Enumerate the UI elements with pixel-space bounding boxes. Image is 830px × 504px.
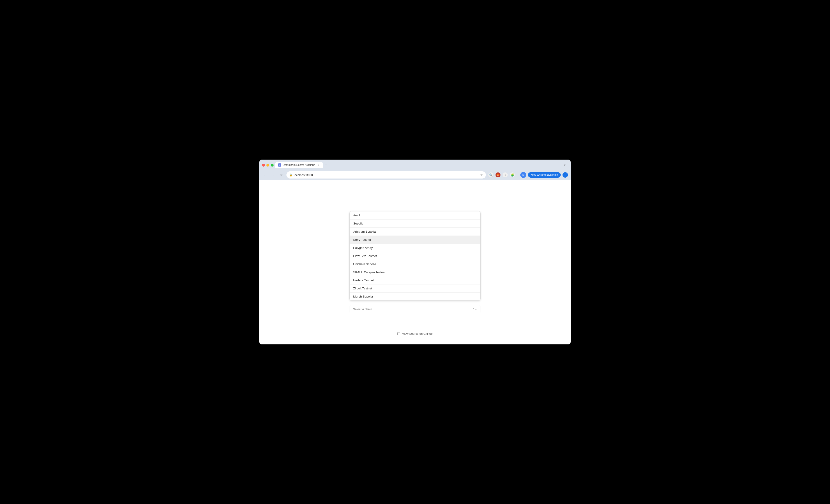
- tab-close-button[interactable]: ×: [316, 163, 320, 167]
- list-item[interactable]: Anvil: [350, 211, 480, 220]
- extension-icon-2: 🦊: [496, 172, 501, 177]
- chain-select-placeholder: Select a chain: [353, 307, 372, 311]
- browser-tab-active[interactable]: O Omnichain Secret Auctions ×: [276, 162, 323, 168]
- tab-favicon: O: [278, 163, 281, 167]
- list-item[interactable]: Zircuit Testnet: [350, 284, 480, 293]
- chain-list: AnvilSepoliaArbitrum SepoliaStory Testne…: [350, 211, 480, 300]
- window-controls: [262, 164, 274, 167]
- list-item[interactable]: Sepolia: [350, 220, 480, 228]
- titlebar-top: O Omnichain Secret Auctions × + ▾: [262, 162, 568, 168]
- extension-btn-4[interactable]: 🧩: [509, 172, 516, 178]
- toolbar-extensions: 🔍 🦊 ↓ 🧩: [488, 172, 516, 178]
- chain-dropdown-list: AnvilSepoliaArbitrum SepoliaStory Testne…: [350, 211, 480, 300]
- chevron-down-icon: ⌃⌄: [473, 308, 477, 311]
- github-source-checkbox[interactable]: [397, 332, 400, 335]
- github-source-label: View Source on GitHub: [402, 332, 433, 335]
- forward-button[interactable]: →: [270, 172, 277, 178]
- extension-btn-3[interactable]: ↓: [502, 172, 508, 178]
- address-bar[interactable]: 🔒 localhost:3000 ☆: [286, 171, 486, 178]
- list-item[interactable]: FlowEVM Testnet: [350, 252, 480, 260]
- list-item[interactable]: Arbitrum Sepolia: [350, 228, 480, 236]
- browser-titlebar: O Omnichain Secret Auctions × + ▾: [259, 160, 571, 170]
- chrome-update-button[interactable]: New Chrome available: [528, 172, 561, 178]
- chrome-update-label: New Chrome available: [531, 173, 558, 176]
- list-item[interactable]: Unichain Sepolia: [350, 260, 480, 268]
- toolbar-divider: [518, 173, 518, 177]
- extension-btn-1[interactable]: 🔍: [488, 172, 494, 178]
- chain-select[interactable]: Select a chain ⌃⌄: [350, 305, 480, 313]
- list-item[interactable]: Morph Sepolia: [350, 293, 480, 300]
- browser-toolbar: ← → ↻ 🔒 localhost:3000 ☆ 🔍 🦊 ↓ 🧩 N Ne: [259, 170, 571, 180]
- back-button[interactable]: ←: [262, 172, 268, 178]
- reload-button[interactable]: ↻: [278, 172, 285, 178]
- tab-label: Omnichain Secret Auctions: [283, 163, 315, 167]
- list-item[interactable]: SKALE Calypso Testnet: [350, 268, 480, 276]
- profile-icon[interactable]: N: [520, 172, 526, 178]
- window-close-button[interactable]: [262, 164, 265, 167]
- extension-icon-1: 🔍: [488, 172, 493, 177]
- extension-icon-4: 🧩: [510, 172, 515, 177]
- list-item[interactable]: Story Testnet: [350, 236, 480, 244]
- extension-icon-3: ↓: [503, 172, 508, 177]
- footer-area: View Source on GitHub: [397, 332, 433, 335]
- lock-icon: 🔒: [289, 173, 292, 176]
- list-item[interactable]: Hedera Testnet: [350, 276, 480, 284]
- extension-btn-2[interactable]: 🦊: [495, 172, 501, 178]
- window-maximize-button[interactable]: [270, 164, 274, 167]
- update-menu-button[interactable]: ⋮: [563, 172, 568, 178]
- window-minimize-button[interactable]: [266, 164, 269, 167]
- page-content: AnvilSepoliaArbitrum SepoliaStory Testne…: [259, 180, 571, 344]
- list-item[interactable]: Polygon Amoy: [350, 244, 480, 252]
- browser-window: O Omnichain Secret Auctions × + ▾ ← → ↻ …: [259, 160, 571, 344]
- tab-bar: O Omnichain Secret Auctions × + ▾: [276, 162, 568, 168]
- bookmark-icon[interactable]: ☆: [480, 173, 483, 177]
- tab-dropdown-button[interactable]: ▾: [562, 162, 568, 168]
- address-url: localhost:3000: [294, 173, 479, 177]
- new-tab-button[interactable]: +: [323, 162, 329, 168]
